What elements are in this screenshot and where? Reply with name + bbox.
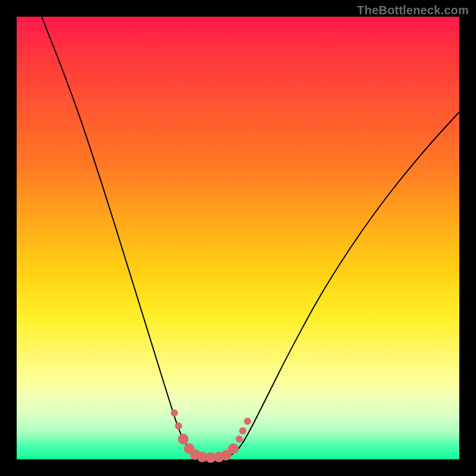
chart-stage: TheBottleneck.com <box>0 0 476 476</box>
curve-marker <box>178 434 189 444</box>
curve-markers <box>171 409 251 463</box>
curve-marker <box>175 422 182 430</box>
curve-marker <box>171 409 178 416</box>
bottleneck-curve <box>42 17 459 458</box>
curve-marker <box>239 427 246 434</box>
watermark-text: TheBottleneck.com <box>357 4 469 17</box>
plot-area <box>17 17 459 459</box>
bottleneck-curve-svg <box>17 17 459 459</box>
curve-marker <box>244 418 251 425</box>
curve-marker <box>228 443 239 454</box>
curve-marker <box>236 436 243 443</box>
